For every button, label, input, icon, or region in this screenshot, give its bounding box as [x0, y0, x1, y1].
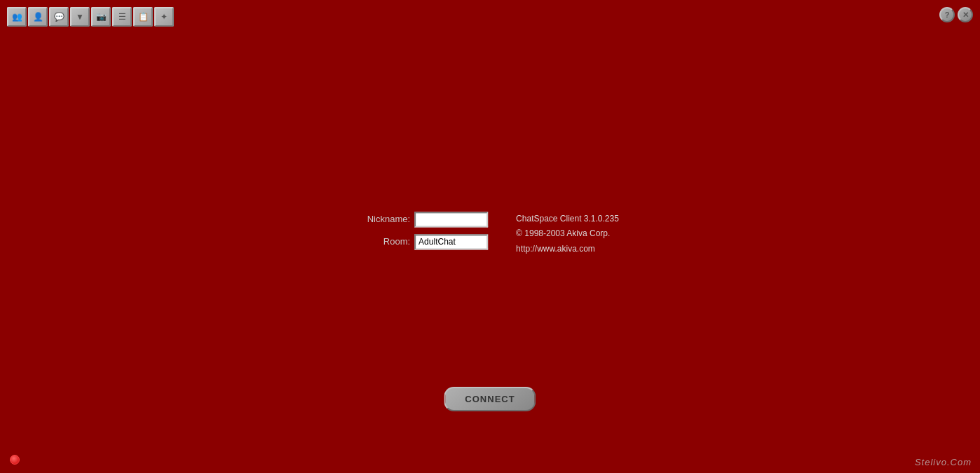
room-label: Room:	[361, 236, 410, 247]
toolbar-btn-doc[interactable]: 📋	[133, 7, 153, 27]
nickname-row: Nickname:	[361, 212, 488, 227]
app-info: ChatSpace Client 3.1.0.235 © 1998-2003 A…	[516, 212, 619, 257]
status-indicator	[10, 455, 20, 465]
help-button[interactable]: ?	[939, 7, 955, 22]
nickname-input[interactable]	[414, 212, 488, 227]
toolbar-btn-chat[interactable]: 💬	[49, 7, 69, 27]
room-row: Room:	[361, 234, 488, 249]
watermark: Stelivo.Com	[915, 457, 972, 467]
toolbar: 👥 👤 💬 ▼ 📷 ☰ 📋 ✦	[7, 7, 174, 27]
app-copyright: © 1998-2003 Akiva Corp.	[516, 226, 619, 242]
form-fields: Nickname: Room:	[361, 212, 488, 249]
toolbar-btn-settings[interactable]: ✦	[154, 7, 174, 27]
connect-button[interactable]: CONNECT	[444, 387, 536, 411]
nickname-label: Nickname:	[361, 214, 410, 224]
login-form: Nickname: Room: ChatSpace Client 3.1.0.2…	[361, 212, 619, 257]
toolbar-btn-user[interactable]: 👤	[28, 7, 48, 27]
toolbar-btn-users[interactable]: 👥	[7, 7, 27, 27]
app-url[interactable]: http://www.akiva.com	[516, 242, 619, 257]
toolbar-btn-filter[interactable]: ▼	[70, 7, 90, 27]
close-button[interactable]: ✕	[958, 7, 973, 22]
toolbar-btn-list[interactable]: ☰	[112, 7, 132, 27]
room-input[interactable]	[414, 234, 488, 249]
toolbar-btn-photo[interactable]: 📷	[91, 7, 111, 27]
top-right-controls: ? ✕	[939, 7, 973, 22]
app-version: ChatSpace Client 3.1.0.235	[516, 212, 619, 227]
